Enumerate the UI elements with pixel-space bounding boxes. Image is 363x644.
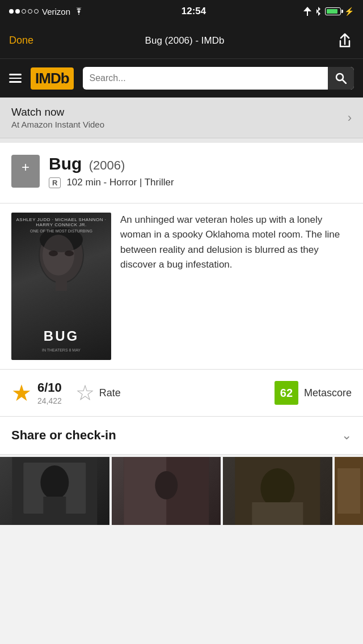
dot-5 [34,9,39,14]
done-button[interactable]: Done [9,35,33,46]
photo-thumb-2[interactable] [112,457,221,525]
dot-3 [22,9,26,14]
hamburger-menu[interactable] [9,74,22,83]
metascore-label: Metascore [304,387,352,399]
metascore-badge: 62 [275,381,298,405]
signal-dots [9,9,39,14]
poster-credits-bottom: IN THEATERS 8 MAY [42,348,81,354]
status-left: Verizon [9,7,84,16]
svg-point-11 [40,465,69,499]
rate-label: Rate [99,387,121,399]
movie-meta: R 102 min - Horror | Thriller [49,177,174,188]
svg-line-1 [343,80,346,83]
photo-thumb-1[interactable] [0,457,109,525]
movie-title-row: + Bug (2006) R 102 min - Horror | Thrill… [11,154,352,188]
user-rate[interactable]: ☆ Rate [75,380,121,405]
watch-now-subtitle: At Amazon Instant Video [11,120,104,129]
chevron-down-icon: ⌄ [341,428,352,443]
photo-1-image [0,457,109,525]
svg-rect-8 [56,279,67,291]
poster-face-svg [27,224,95,306]
search-bar [83,67,354,90]
watch-now-banner[interactable]: Watch now At Amazon Instant Video › [0,98,363,138]
movie-poster[interactable]: ASHLEY JUDD · MICHAEL SHANNON · HARRY CO… [11,213,111,360]
divider-1 [0,138,363,143]
svg-rect-18 [252,502,303,525]
movie-synopsis: An unhinged war veteran holes up with a … [120,213,352,360]
hamburger-line-2 [9,78,22,79]
hamburger-line-3 [9,81,22,83]
battery-icon [325,7,341,15]
svg-rect-20 [337,468,360,514]
svg-point-6 [49,251,58,256]
svg-point-15 [155,471,178,499]
photo-strip [0,455,363,525]
star-filled-icon: ★ [11,380,32,406]
movie-runtime: 102 min - Horror | Thriller [66,177,174,188]
search-icon [335,73,347,84]
photo-4-image [335,457,363,525]
share-icon [338,33,352,49]
poster-placeholder: ASHLEY JUDD · MICHAEL SHANNON · HARRY CO… [11,213,111,360]
photo-2-image [112,457,221,525]
movie-year: (2006) [89,158,125,172]
movie-content: ASHLEY JUDD · MICHAEL SHANNON · HARRY CO… [0,204,363,370]
battery-fill [327,9,337,14]
nav-bar: Done Bug (2006) - IMDb [0,23,363,59]
imdb-rating: ★ 6/10 24,422 [11,380,62,406]
dot-2 [15,9,20,14]
rating-numbers: 6/10 24,422 [37,380,62,405]
nav-title: Bug (2006) - IMDb [145,35,225,46]
photo-thumb-4[interactable] [335,457,363,525]
rating-badge: R [49,177,61,188]
plus-icon: + [22,159,29,175]
chevron-right-icon: › [348,111,352,125]
charging-icon: ⚡ [344,7,354,16]
svg-rect-12 [43,497,66,514]
photo-thumb-3[interactable] [223,457,332,525]
photo-3-image [223,457,332,525]
imdb-logo: IMDb [31,67,74,90]
rating-votes: 24,422 [37,396,62,405]
share-button[interactable] [336,32,354,50]
status-time: 12:54 [182,6,206,17]
share-section[interactable]: Share or check-in ⌄ [0,417,363,455]
movie-name: Bug [49,154,82,173]
status-bar: Verizon 12:54 ⚡ [0,0,363,23]
hamburger-line-1 [9,74,22,75]
imdb-header: IMDb [0,59,363,98]
poster-title: BUG [44,328,79,344]
rating-score: 6/10 [37,380,62,395]
svg-point-17 [261,468,295,508]
bluetooth-icon [315,7,322,16]
metascore-section[interactable]: 62 Metascore [275,381,352,405]
dot-1 [9,9,14,14]
watchlist-button[interactable]: + [11,155,40,188]
watch-now-text: Watch now At Amazon Instant Video [11,106,104,129]
share-title: Share or check-in [11,428,116,443]
svg-point-7 [65,251,74,256]
star-empty-icon: ☆ [75,380,95,405]
status-right: ⚡ [303,7,354,16]
movie-info-section: + Bug (2006) R 102 min - Horror | Thrill… [0,143,363,204]
movie-title-text: Bug (2006) R 102 min - Horror | Thriller [49,154,174,188]
ratings-row: ★ 6/10 24,422 ☆ Rate 62 Metascore [0,370,363,417]
dot-4 [28,9,32,14]
wifi-icon [74,7,84,15]
search-button[interactable] [328,67,354,90]
poster-credits-top: ASHLEY JUDD · MICHAEL SHANNON · HARRY CO… [11,217,111,233]
watch-now-title: Watch now [11,106,104,118]
location-icon [303,7,311,16]
carrier-label: Verizon [42,7,70,16]
search-input[interactable] [83,67,328,90]
